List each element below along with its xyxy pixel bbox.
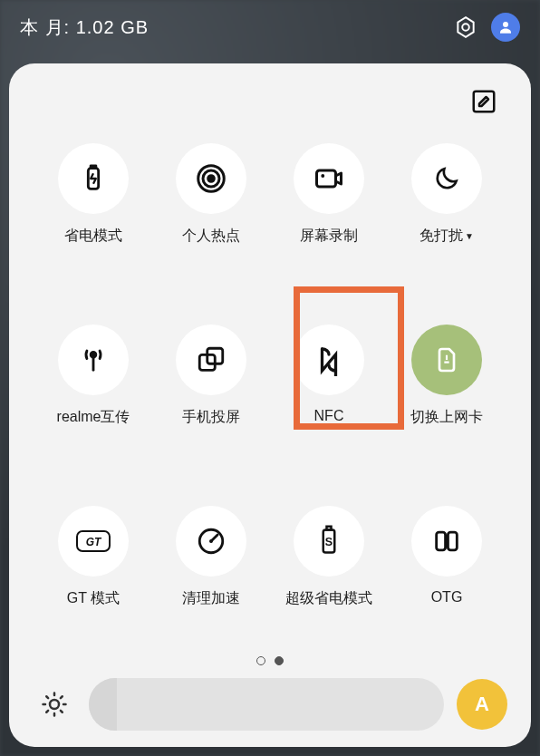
- pager-dot-current[interactable]: [275, 656, 284, 665]
- svg-rect-19: [327, 527, 332, 530]
- tile-label: NFC: [314, 408, 344, 424]
- tile-nfc[interactable]: NFC: [270, 325, 388, 460]
- svg-text:S: S: [325, 536, 333, 548]
- svg-point-10: [321, 174, 324, 178]
- cast-icon: [196, 344, 227, 375]
- svg-rect-22: [448, 532, 457, 550]
- tile-label: 切换上网卡: [410, 408, 483, 427]
- page-indicator: [27, 651, 513, 678]
- quick-settings-panel: 省电模式 个人热点 屏幕录制 免打扰▼ realme互传: [9, 63, 531, 747]
- tile-dnd[interactable]: 免打扰▼: [388, 143, 506, 279]
- tile-label: 个人热点: [182, 227, 240, 246]
- tile-battery-saver[interactable]: 省电模式: [34, 143, 152, 279]
- nfc-icon: [313, 344, 345, 376]
- svg-rect-5: [91, 166, 96, 169]
- sim-icon: [432, 345, 461, 374]
- screen-record-icon: [313, 162, 345, 195]
- svg-point-1: [462, 24, 469, 31]
- tile-label: 清理加速: [182, 589, 240, 608]
- gt-icon: GT: [75, 529, 111, 553]
- tiles-grid: 省电模式 个人热点 屏幕录制 免打扰▼ realme互传: [27, 125, 513, 651]
- svg-point-2: [503, 22, 508, 27]
- tile-label: 省电模式: [64, 227, 122, 246]
- edit-tiles-button[interactable]: [468, 85, 500, 118]
- svg-text:GT: GT: [86, 536, 102, 548]
- tile-super-saver[interactable]: S 超级省电模式: [270, 506, 388, 642]
- brightness-slider[interactable]: [89, 678, 444, 731]
- battery5-icon: S: [315, 525, 342, 557]
- svg-rect-21: [437, 532, 446, 550]
- brightness-row: A: [27, 678, 513, 731]
- tile-sim-switch[interactable]: 切换上网卡: [388, 325, 506, 460]
- tile-gt-mode[interactable]: GT GT 模式: [34, 506, 152, 642]
- tile-label: 超级省电模式: [285, 589, 372, 608]
- status-bar: 本 月: 1.02 GB: [0, 0, 540, 54]
- tile-label: GT 模式: [67, 589, 120, 608]
- tile-label: realme互传: [57, 408, 130, 427]
- svg-point-23: [50, 700, 59, 709]
- svg-point-6: [208, 176, 215, 182]
- tile-label: OTG: [431, 589, 463, 606]
- tile-label: 手机投屏: [182, 408, 240, 427]
- hotspot-icon: [195, 162, 227, 195]
- pager-dot[interactable]: [256, 656, 265, 665]
- tile-otg[interactable]: OTG: [388, 506, 506, 642]
- chevron-down-icon: ▼: [465, 231, 474, 241]
- svg-rect-3: [474, 92, 495, 112]
- profile-avatar-icon[interactable]: [491, 13, 520, 42]
- gauge-icon: [196, 526, 227, 557]
- battery-icon: [78, 163, 109, 194]
- data-usage-label: 本 月: 1.02 GB: [20, 15, 149, 40]
- tile-label: 免打扰▼: [419, 227, 474, 246]
- auto-brightness-button[interactable]: A: [457, 679, 507, 730]
- tile-realme-share[interactable]: realme互传: [34, 325, 152, 460]
- moon-icon: [432, 164, 461, 193]
- tile-cleanup[interactable]: 清理加速: [152, 506, 270, 642]
- otg-icon: [430, 526, 463, 557]
- svg-marker-0: [458, 17, 473, 37]
- svg-rect-9: [317, 170, 336, 187]
- tile-cast[interactable]: 手机投屏: [152, 325, 270, 460]
- svg-point-17: [209, 539, 213, 543]
- tile-hotspot[interactable]: 个人热点: [152, 143, 270, 279]
- brightness-icon: [33, 683, 76, 726]
- antenna-icon: [78, 344, 109, 375]
- tile-screen-record[interactable]: 屏幕录制: [270, 143, 388, 279]
- tile-label: 屏幕录制: [300, 227, 358, 246]
- brightness-slider-fill: [89, 678, 117, 731]
- settings-hex-icon[interactable]: [453, 15, 478, 40]
